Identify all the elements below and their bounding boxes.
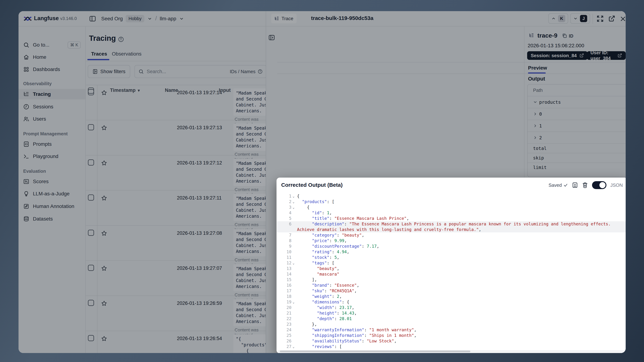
fold-chevron-icon (292, 288, 294, 294)
code-line-14: 14 "mascara" (277, 272, 626, 277)
line-number: 5 (277, 216, 297, 221)
code-line-15: 15 ], (277, 277, 626, 282)
fold-chevron-icon (292, 232, 294, 238)
line-number: 11 (277, 255, 297, 260)
json-code-editor[interactable]: 1⌄{2⌄ "products": [3⌄ {4 "id": 1,5 "titl… (277, 194, 626, 349)
fold-chevron-icon[interactable]: ⌄ (292, 199, 294, 204)
fold-chevron-icon (292, 322, 294, 327)
line-number: 23 (277, 322, 297, 327)
json-toggle[interactable] (592, 181, 606, 189)
code-line-3: 3⌄ { (277, 204, 626, 210)
line-number: 6 (277, 221, 297, 232)
line-number: 8 (277, 238, 297, 244)
editor-horizontal-scrollbar[interactable] (277, 350, 626, 353)
code-line-20: 20 "width": 23.17, (277, 305, 626, 310)
line-number: 10 (277, 249, 297, 255)
code-line-2: 2⌄ "products": [ (277, 199, 626, 204)
fold-chevron-icon (292, 316, 294, 322)
fold-chevron-icon[interactable]: ⌄ (292, 260, 294, 266)
line-number: 22 (277, 316, 297, 322)
corrected-output-heading: Corrected Output (Beta) (281, 182, 343, 188)
fold-chevron-icon (292, 210, 294, 216)
line-number: 9 (277, 244, 297, 249)
line-number: 3⌄ (277, 204, 297, 210)
fold-chevron-icon[interactable]: ⌄ (292, 194, 294, 199)
fold-chevron-icon (292, 327, 294, 333)
code-line-8: 8 "price": 9.99, (277, 238, 626, 244)
fold-chevron-icon (292, 277, 294, 282)
corrected-output-panel: Corrected Output (Beta) Saved JSON 1⌄{2⌄… (276, 178, 626, 353)
code-line-11: 11 "stock": 5, (277, 255, 626, 260)
fold-chevron-icon (292, 216, 294, 221)
line-number: 26 (277, 338, 297, 344)
screenshot-stage: Langfuse v3.146.0 Seed Org Hobby / llm-a… (0, 0, 644, 362)
line-number: 24 (277, 327, 297, 333)
line-number: 18 (277, 294, 297, 299)
code-line-26: 26 "availabilityStatus": "Low Stock", (277, 338, 626, 344)
saved-status: Saved (548, 182, 568, 188)
json-toggle-label: JSON (610, 182, 623, 188)
code-line-23: 23 }, (277, 322, 626, 327)
fold-chevron-icon (292, 238, 294, 244)
fold-chevron-icon (292, 249, 294, 255)
fold-chevron-icon (292, 244, 294, 249)
fold-chevron-icon (292, 282, 294, 288)
fold-chevron-icon[interactable]: ⌄ (292, 204, 294, 210)
line-number: 20 (277, 305, 297, 310)
code-line-1: 1⌄{ (277, 194, 626, 199)
trash-icon[interactable] (582, 182, 588, 188)
app-window: Langfuse v3.146.0 Seed Org Hobby / llm-a… (18, 11, 626, 353)
code-line-19: 19⌄ "dimensions": { (277, 299, 626, 305)
code-line-10: 10 "rating": 4.94, (277, 249, 626, 255)
fold-chevron-icon (292, 338, 294, 344)
code-line-25: 25 "shippingInformation": "Ships in 1 mo… (277, 333, 626, 338)
line-number: 7 (277, 232, 297, 238)
code-line-24: 24 "warrantyInformation": "1 month warra… (277, 327, 626, 333)
code-line-6: 6 "description": "The Essence Mascara La… (277, 221, 626, 232)
code-line-12: 12⌄ "tags": [ (277, 260, 626, 266)
fold-chevron-icon (292, 272, 294, 277)
saved-label: Saved (548, 182, 562, 188)
code-line-22: 22 "depth": 28.01 (277, 316, 626, 322)
line-number: 16 (277, 282, 297, 288)
code-line-27: 27⌄ "reviews": [ (277, 344, 626, 349)
fold-chevron-icon[interactable]: ⌄ (292, 344, 294, 349)
line-number: 4 (277, 210, 297, 216)
code-line-4: 4 "id": 1, (277, 210, 626, 216)
line-number: 27⌄ (277, 344, 297, 349)
scrollbar-thumb[interactable] (280, 350, 470, 352)
fold-chevron-icon (292, 294, 294, 299)
line-number: 2⌄ (277, 199, 297, 204)
fold-chevron-icon (292, 266, 294, 272)
code-line-18: 18 "weight": 2, (277, 294, 626, 299)
code-line-5: 5 "title": "Essence Mascara Lash Prince"… (277, 216, 626, 221)
line-number: 1⌄ (277, 194, 297, 199)
fold-chevron-icon[interactable]: ⌄ (292, 299, 294, 305)
fold-chevron-icon (292, 305, 294, 310)
fold-chevron-icon (292, 221, 294, 227)
corrected-output-controls: Saved JSON (548, 181, 623, 189)
toggle-knob (600, 182, 606, 188)
code-line-9: 9 "discountPercentage": 7.17, (277, 244, 626, 249)
fold-chevron-icon (292, 255, 294, 260)
line-number: 12⌄ (277, 260, 297, 266)
line-number: 13 (277, 266, 297, 272)
line-number: 21 (277, 310, 297, 316)
line-number: 15 (277, 277, 297, 282)
check-icon (563, 183, 568, 188)
code-line-16: 16 "brand": "Essence", (277, 282, 626, 288)
code-line-7: 7 "category": "beauty", (277, 232, 626, 238)
code-line-13: 13 "beauty", (277, 266, 626, 272)
fold-chevron-icon (292, 333, 294, 338)
line-number: 14 (277, 272, 297, 277)
line-number: 19⌄ (277, 299, 297, 305)
code-line-21: 21 "height": 14.43, (277, 310, 626, 316)
code-line-17: 17 "sku": "RCH45Q1A", (277, 288, 626, 294)
save-icon[interactable] (572, 182, 578, 188)
line-number: 17 (277, 288, 297, 294)
fold-chevron-icon (292, 310, 294, 316)
line-number: 25 (277, 333, 297, 338)
